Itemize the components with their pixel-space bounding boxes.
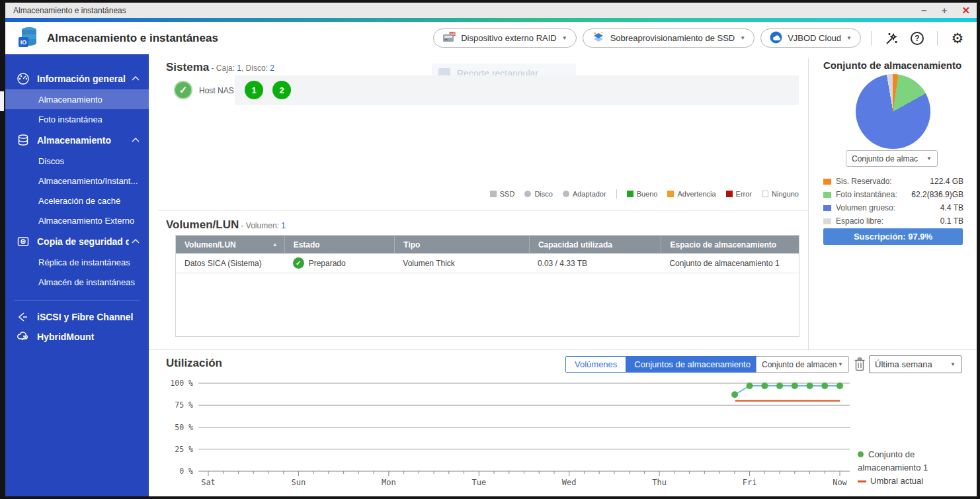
sidebar-item-r-plica-de-instant-neas[interactable]: Réplica de instantáneas <box>5 252 149 272</box>
pool-legend-row-3: Espacio libre:0.1 TB <box>823 214 963 228</box>
utilization-title: Utilización <box>166 357 222 369</box>
utilization-chart: 0 %25 %50 %75 %100 %SatSunMonTueWedThuFr… <box>159 375 860 493</box>
utilization-section: Utilización Volúmenes Conjuntos de almac… <box>149 349 977 496</box>
sidebar-item-aceleraci-n-de-cach-[interactable]: Aceleración de caché <box>5 191 149 210</box>
column-header-2[interactable]: Tipo <box>394 236 529 253</box>
pool-legend-label: Sis. Reservado: <box>836 177 892 186</box>
time-range-value: Última semana <box>875 359 932 369</box>
legend-ninguno: Ninguno <box>762 190 799 198</box>
cell-1: ✓Preparado <box>284 253 395 273</box>
svg-text:Now: Now <box>833 478 847 487</box>
disk-slot-1[interactable]: 1 <box>245 81 263 99</box>
svg-text:Mon: Mon <box>382 478 396 487</box>
subscription-badge: Suscripción: 97.9% <box>823 228 963 245</box>
disk-slot-2[interactable]: 2 <box>272 81 291 99</box>
cell-text: 0.03 / 4.33 TB <box>538 259 587 268</box>
tab-volumes[interactable]: Volúmenes <box>566 357 626 372</box>
wizard-wand-icon[interactable] <box>881 28 901 48</box>
status-ok-icon: ✓ <box>293 257 304 269</box>
svg-text:25 %: 25 % <box>175 445 193 454</box>
vjbod-cloud-label: VJBOD Cloud <box>788 33 841 43</box>
sort-asc-icon[interactable]: ▲ <box>272 242 278 248</box>
bueno-swatch <box>627 191 633 197</box>
sidebar-item-almacenamiento-instant-[interactable]: Almacenamiento/Instant... <box>5 171 149 191</box>
sidebar-item-hybridmount[interactable]: HybridMount <box>5 327 149 347</box>
external-raid-device-label: Dispositivo externo RAID <box>461 33 557 43</box>
desktop-artifact <box>0 91 4 111</box>
svg-text:Sat: Sat <box>201 478 216 487</box>
pool-legend-row-1: Foto instantánea:62.2(836.9)GB <box>823 188 963 201</box>
column-header-4[interactable]: Espacio de almacenamiento <box>661 236 799 253</box>
volume-section-title: Volumen/LUN <box>166 218 239 231</box>
ssd-overprovisioning-button[interactable]: Sobreaprovisionamiento de SSD ▼ <box>583 28 755 48</box>
utilization-pool-dropdown[interactable]: Conjunto de almacen ▼ <box>756 356 849 373</box>
disk-legend: SSDDiscoAdaptadorBuenoAdvertenciaErrorNi… <box>490 189 799 199</box>
trash-icon[interactable] <box>854 357 866 371</box>
minimize-button[interactable]: − <box>921 5 927 15</box>
window-title: Almacenamiento e instantáneas <box>13 6 126 15</box>
column-header-label: Tipo <box>403 240 420 250</box>
sidebar-item-almacenamiento-externo[interactable]: Almacenamiento Externo <box>5 210 149 230</box>
svg-text:100 %: 100 % <box>170 379 193 388</box>
sidebar-item-almacenamiento[interactable]: Almacenamiento <box>5 89 149 109</box>
desktop-background: Almacenamiento e instantáneas − + ✕ IO <box>0 0 980 499</box>
legend-disco: Disco <box>524 190 553 198</box>
svg-text:Sun: Sun <box>292 478 306 487</box>
pool-select-dropdown[interactable]: Conjunto de almac ▼ <box>846 150 938 167</box>
sidebar-section-2[interactable]: Copia de seguridad d... <box>5 230 149 252</box>
svg-text:Wed: Wed <box>562 478 577 487</box>
legend-bueno: Bueno <box>627 190 658 198</box>
sidebar-section-0[interactable]: Información general <box>5 68 149 89</box>
legend-adaptador: Adaptador <box>563 190 606 198</box>
maximize-button[interactable]: + <box>942 5 948 15</box>
legend-label: Advertencia <box>677 190 715 198</box>
chart-legend-threshold: Umbral actual <box>858 475 967 488</box>
external-raid-device-button[interactable]: RAID Dispositivo externo RAID ▼ <box>433 28 576 48</box>
sidebar-section-label: Información general <box>37 73 129 84</box>
chevron-down-icon: ▼ <box>926 156 932 161</box>
help-icon[interactable]: ? <box>907 28 927 48</box>
sidebar-link-label: HybridMount <box>37 332 94 342</box>
close-button[interactable]: ✕ <box>961 5 970 15</box>
sidebar-item-foto-instant-nea[interactable]: Foto instantánea <box>5 109 149 129</box>
pool-legend-swatch <box>823 218 831 224</box>
chart-legend-series: Conjunto de almacenamiento 1 <box>858 448 967 475</box>
column-header-3[interactable]: Capacidad utilizada <box>529 236 661 253</box>
sidebar-item-discos[interactable]: Discos <box>5 151 149 171</box>
pool-legend-value: 0.1 TB <box>940 216 963 226</box>
threshold-dash-icon <box>858 480 866 482</box>
error-swatch <box>726 191 733 197</box>
sidebar-section-1[interactable]: Almacenamiento <box>5 129 149 151</box>
vjbod-cloud-button[interactable]: VJBOD Cloud ▼ <box>760 28 861 48</box>
system-section-title: Sistema <box>166 61 209 73</box>
separator: : <box>749 359 751 368</box>
raid-device-icon: RAID <box>442 32 456 45</box>
sidebar-item-almac-n-de-instant-neas[interactable]: Almacén de instantáneas <box>5 272 149 292</box>
pool-legend-swatch <box>823 205 831 211</box>
sidebar-item-iscsi-y-fibre-channel[interactable]: iSCSI y Fibre Channel <box>5 307 149 327</box>
cell-text: Preparado <box>309 259 346 268</box>
legend-ssd: SSD <box>490 190 515 198</box>
sidebar-nav: Información generalAlmacenamientoFoto in… <box>5 54 149 496</box>
cell-0: Datos SICA (Sistema) <box>176 253 284 273</box>
time-range-dropdown[interactable]: Última semana ▼ <box>869 355 961 373</box>
sidebar-section-label: Almacenamiento <box>37 135 129 146</box>
table-row[interactable]: Datos SICA (Sistema)✓PreparadoVolumen Th… <box>176 253 799 273</box>
column-header-1[interactable]: Estado <box>284 236 395 253</box>
tab-storage-pools[interactable]: Conjuntos de almacenamiento <box>626 357 759 372</box>
svg-text:Tue: Tue <box>471 478 486 487</box>
column-header-0[interactable]: Volumen/LUN▲ <box>176 236 284 253</box>
svg-text:Fri: Fri <box>743 478 757 487</box>
sidebar-section-label: Copia de seguridad d... <box>37 236 129 247</box>
volume-table-header: Volumen/LUN▲EstadoTipoCapacidad utilizad… <box>176 236 799 253</box>
settings-gear-icon[interactable]: ⚙ <box>948 28 967 48</box>
adaptador-swatch <box>563 191 569 197</box>
enclosure-count: 1 <box>237 64 241 73</box>
storage-pool-panel: Conjunto de almacenamiento Conjunto de a… <box>808 58 977 349</box>
series-dot-icon <box>858 451 864 457</box>
chart-legend: Conjunto de almacenamiento 1 Umbral actu… <box>858 448 967 488</box>
legend-label: Ninguno <box>772 190 799 198</box>
sidebar-link-label: iSCSI y Fibre Channel <box>37 312 133 322</box>
legend-label: Disco <box>534 190 553 198</box>
pool-legend-swatch <box>823 192 831 198</box>
